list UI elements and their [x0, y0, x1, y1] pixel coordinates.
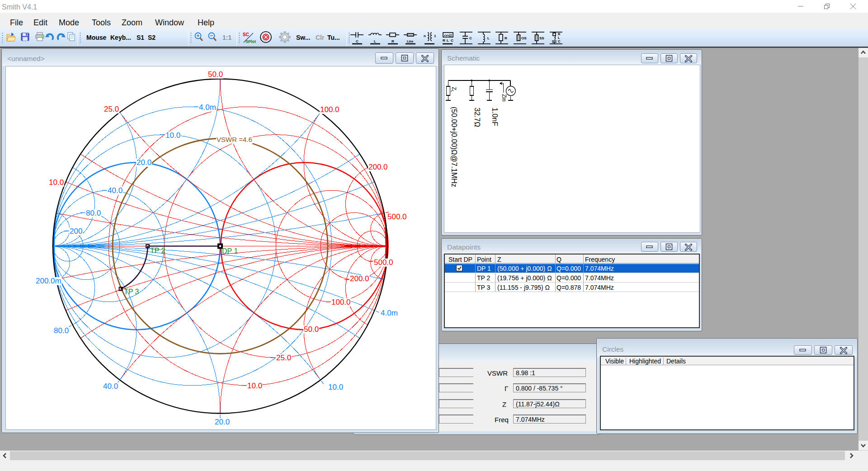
svg-text:100.0: 100.0: [320, 105, 340, 114]
svg-text:TP 2: TP 2: [150, 247, 165, 254]
svg-text:32.7Ω: 32.7Ω: [473, 108, 481, 127]
svg-text:SPlot: SPlot: [245, 39, 256, 44]
svg-text:R: R: [443, 38, 445, 42]
svg-text:n: n: [424, 34, 426, 38]
svg-text:R: R: [505, 36, 507, 40]
svg-text:10.0: 10.0: [328, 383, 343, 391]
svg-text:25.0: 25.0: [104, 105, 119, 113]
svg-text:(50.00+j0.00)Ω@7.1MHz: (50.00+j0.00)Ω@7.1MHz: [450, 107, 458, 187]
svg-text:50.0: 50.0: [208, 70, 223, 79]
svg-text:200.0: 200.0: [350, 274, 369, 283]
svg-text:R: R: [392, 39, 394, 43]
svg-text:Zin: Zin: [501, 94, 507, 102]
svg-text:OS: OS: [521, 36, 527, 40]
svg-text:500.0: 500.0: [374, 258, 393, 267]
svg-text:C: C: [558, 39, 561, 43]
svg-text:4.0m: 4.0m: [381, 309, 398, 317]
svg-text:50.0: 50.0: [304, 325, 319, 334]
svg-text:VSWR =4.6: VSWR =4.6: [217, 136, 252, 143]
svg-text:100.0: 100.0: [331, 298, 351, 306]
svg-text:10.0: 10.0: [165, 131, 180, 140]
svg-text:20.0: 20.0: [215, 418, 230, 426]
svg-text:20.0: 20.0: [137, 158, 151, 167]
svg-text:25.0: 25.0: [276, 353, 291, 362]
svg-text:Line: Line: [407, 40, 413, 43]
svg-text:10.0: 10.0: [247, 382, 262, 390]
svg-text:500.0: 500.0: [387, 212, 407, 221]
svg-text:TP 3: TP 3: [124, 288, 139, 296]
svg-text:80.0: 80.0: [86, 209, 101, 217]
svg-text:L: L: [447, 38, 449, 42]
svg-text:200.0m: 200.0m: [36, 277, 61, 285]
svg-text:C: C: [469, 36, 472, 40]
svg-text:200.0: 200.0: [368, 163, 388, 171]
svg-text:SC: SC: [243, 32, 249, 37]
svg-text:DP 1: DP 1: [222, 247, 238, 255]
svg-text:80.0: 80.0: [54, 326, 69, 335]
svg-text:ZL: ZL: [450, 87, 457, 92]
svg-text:1.0nF: 1.0nF: [491, 108, 499, 126]
svg-text:10.0: 10.0: [49, 178, 64, 187]
svg-text:1: 1: [434, 34, 436, 38]
svg-text:40.0: 40.0: [108, 186, 123, 195]
svg-text:4.0m: 4.0m: [199, 103, 216, 112]
svg-text:L: L: [374, 39, 376, 43]
svg-text:200: 200: [70, 227, 82, 236]
svg-text:C: C: [356, 39, 359, 43]
svg-text:L: L: [487, 36, 490, 40]
svg-text:C: C: [451, 38, 453, 42]
svg-text:SS: SS: [539, 36, 544, 40]
svg-text:40.0: 40.0: [103, 382, 118, 391]
